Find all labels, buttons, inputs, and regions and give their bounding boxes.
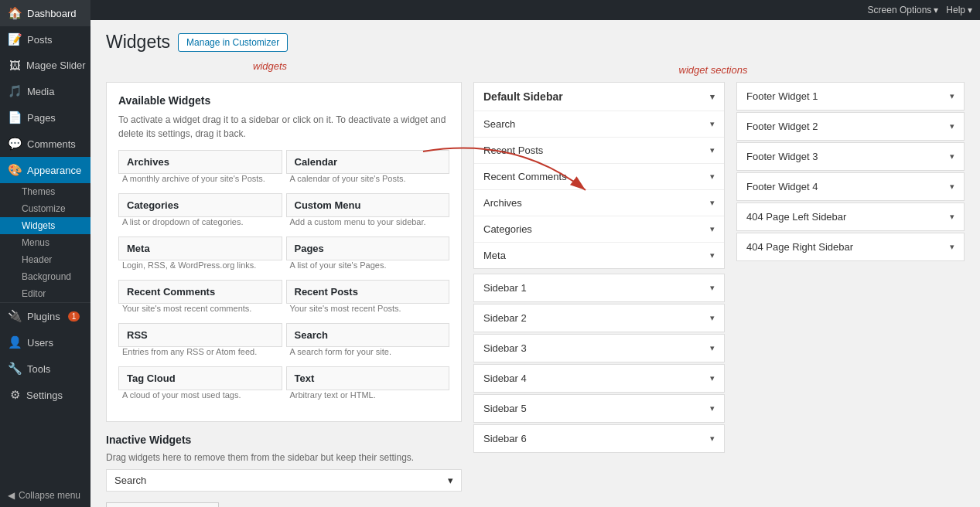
sidebar-item-comments[interactable]: 💬 Comments [0,131,90,157]
widget-chevron-icon: ▾ [710,145,715,155]
widget-chevron-icon: ▾ [710,172,715,182]
sidebar-sub-customize[interactable]: Customize [0,200,90,217]
sidebar-sub-widgets[interactable]: Widgets [0,217,90,234]
comments-icon: 💬 [8,137,22,151]
inactive-widgets-dropdown[interactable]: Search ▾ [106,469,462,492]
collapse-menu-button[interactable]: ◀ Collapse menu [0,484,90,507]
sidebar-item-posts[interactable]: 📝 Posts [0,26,90,53]
sidebar: 🏠 Dashboard 📝 Posts 🖼 Magee Slider 🎵 Med… [0,0,90,507]
sidebar-item-plugins[interactable]: 🔌 Plugins 1 [0,302,90,329]
widget-item[interactable]: Recent Comments [118,280,282,304]
sidebar-widget-item[interactable]: Recent Posts▾ [474,138,724,164]
footer-widget-chevron-icon: ▾ [950,212,954,222]
footer-widget-item[interactable]: Footer Widget 4▾ [736,172,965,201]
widget-desc: A search form for your site. [286,347,450,362]
clear-inactive-button[interactable]: Clear Inactive Widgets [106,502,219,507]
sidebar-chevron-icon: ▾ [710,403,715,413]
default-sidebar-chevron-icon: ▾ [710,92,715,102]
widget-row: CategoriesA list or dropdown of categori… [118,193,449,233]
widget-item[interactable]: Custom Menu [286,193,450,217]
footer-widget-item[interactable]: Footer Widget 2▾ [736,112,965,141]
widget-item[interactable]: Meta [118,236,282,260]
footer-widget-item[interactable]: 404 Page Left Sidebar▾ [736,202,965,231]
content-area: Widgets Manage in Customizer widgets wid… [90,20,980,507]
default-sidebar-title[interactable]: Default Sidebar ▾ [474,83,724,111]
sidebar-sub-themes[interactable]: Themes [0,183,90,200]
sidebar-chevron-icon: ▾ [710,313,715,323]
widget-chevron-icon: ▾ [710,198,715,208]
sidebar-widget-item[interactable]: Archives▾ [474,190,724,216]
sidebar-item-dashboard[interactable]: 🏠 Dashboard [0,0,90,26]
sidebar-section-header[interactable]: Sidebar 3▾ [473,334,725,362]
inactive-widgets-title: Inactive Widgets [106,434,462,446]
footer-widget-chevron-icon: ▾ [950,121,954,131]
sidebar-widget-item[interactable]: Search▾ [474,111,724,138]
footer-widget-item[interactable]: Footer Widget 3▾ [736,142,965,171]
settings-icon: ⚙ [8,388,22,402]
dropdown-chevron-icon: ▾ [448,475,453,486]
manage-customizer-button[interactable]: Manage in Customizer [178,33,288,52]
page-header: Widgets Manage in Customizer [106,32,965,53]
magee-slider-icon: 🖼 [8,59,22,72]
widget-sections-column: Default Sidebar ▾ Search▾Recent Posts▾Re… [473,82,725,454]
main-content: Screen Options ▾ Help ▾ Widgets Manage i… [90,0,980,507]
inactive-widgets-section: Inactive Widgets Drag widgets here to re… [106,434,462,507]
widget-item[interactable]: RSS [118,323,282,347]
sidebar-sub-editor[interactable]: Editor [0,285,90,302]
sidebar-section-header[interactable]: Sidebar 1▾ [473,274,725,302]
inactive-widgets-desc: Drag widgets here to remove them from th… [106,452,462,463]
widget-item[interactable]: Search [286,323,450,347]
footer-widgets-column: Footer Widget 1▾Footer Widget 2▾Footer W… [736,82,965,263]
sidebar-item-settings[interactable]: ⚙ Settings [0,382,90,408]
sidebar-sub-header[interactable]: Header [0,251,90,268]
footer-widget-item[interactable]: 404 Page Right Sidebar▾ [736,233,965,261]
annotation-row: widgets widget sections [106,64,965,76]
sidebar-item-magee-slider[interactable]: 🖼 Magee Slider [0,53,90,78]
sidebar-sub-menus[interactable]: Menus [0,234,90,251]
footer-widget-item[interactable]: Footer Widget 1▾ [736,82,965,111]
sidebar-section-header[interactable]: Sidebar 6▾ [473,424,725,453]
sidebar-widget-item[interactable]: Recent Comments▾ [474,164,724,190]
sidebar-sub-background[interactable]: Background [0,268,90,285]
sidebar-widget-item[interactable]: Meta▾ [474,243,724,268]
sidebar-item-appearance[interactable]: 🎨 Appearance [0,157,90,183]
widget-item[interactable]: Text [286,366,450,390]
widget-item[interactable]: Calendar [286,150,450,174]
widget-desc: Login, RSS, & WordPress.org links. [118,260,282,276]
default-sidebar-container: Default Sidebar ▾ Search▾Recent Posts▾Re… [473,82,725,269]
sidebar-widget-item[interactable]: Categories▾ [474,216,724,243]
sidebar-item-tools[interactable]: 🔧 Tools [0,356,90,382]
sidebar-section-header[interactable]: Sidebar 5▾ [473,394,725,423]
widget-item[interactable]: Recent Posts [286,280,450,304]
sections-annotation: widget sections [462,64,965,76]
available-widgets-desc: To activate a widget drag it to a sideba… [118,113,449,141]
default-sidebar-widgets: Search▾Recent Posts▾Recent Comments▾Arch… [474,111,724,268]
sidebar-chevron-icon: ▾ [710,434,715,444]
widget-item[interactable]: Tag Cloud [118,366,282,390]
sidebars-list: Sidebar 1▾Sidebar 2▾Sidebar 3▾Sidebar 4▾… [473,274,725,453]
widgets-layout: Available Widgets To activate a widget d… [106,82,965,507]
sidebar-chevron-icon: ▾ [710,373,715,383]
widget-desc: Your site's most recent Posts. [286,304,450,319]
sidebar-section-header[interactable]: Sidebar 4▾ [473,364,725,393]
widget-desc: A monthly archive of your site's Posts. [118,174,282,189]
screen-options-button[interactable]: Screen Options ▾ [868,5,939,15]
widget-item[interactable]: Categories [118,193,282,217]
widget-item[interactable]: Archives [118,150,282,174]
widget-desc: Add a custom menu to your sidebar. [286,217,450,233]
help-button[interactable]: Help ▾ [946,5,972,15]
widget-chevron-icon: ▾ [710,250,715,260]
sidebar-section-header[interactable]: Sidebar 2▾ [473,304,725,332]
sidebar-item-pages[interactable]: 📄 Pages [0,104,90,131]
widget-row: Recent CommentsYour site's most recent c… [118,280,449,319]
widget-item[interactable]: Pages [286,236,450,260]
widget-desc: A calendar of your site's Posts. [286,174,450,189]
widget-row: Tag CloudA cloud of your most used tags.… [118,366,449,406]
widget-desc: Your site's most recent comments. [118,304,282,319]
dashboard-icon: 🏠 [8,6,22,20]
footer-widget-chevron-icon: ▾ [950,182,954,192]
sidebar-item-media[interactable]: 🎵 Media [0,78,90,104]
sidebar-item-users[interactable]: 👤 Users [0,329,90,356]
footer-widgets-list: Footer Widget 1▾Footer Widget 2▾Footer W… [736,82,965,261]
widget-row: ArchivesA monthly archive of your site's… [118,150,449,189]
